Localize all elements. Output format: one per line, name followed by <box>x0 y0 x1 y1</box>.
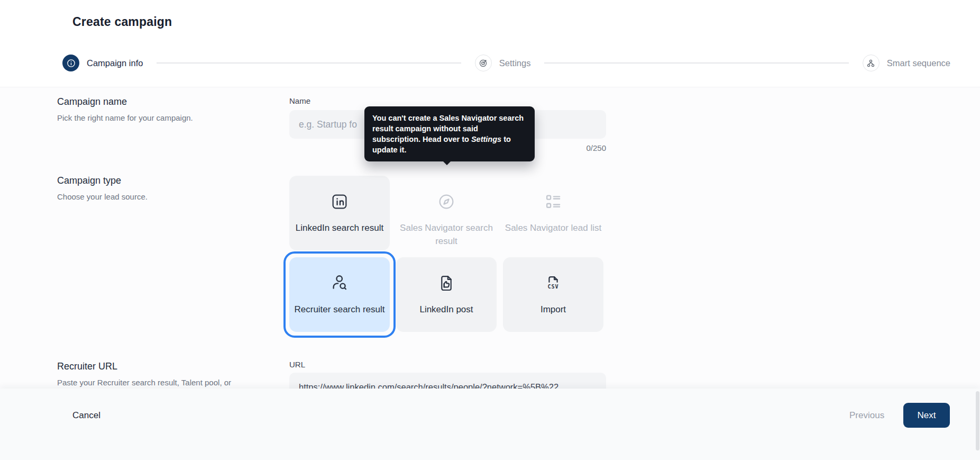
lead-list-icon <box>543 191 564 212</box>
tile-sales-navigator-lead-list[interactable]: Sales Navigator lead list <box>503 176 603 250</box>
tile-linkedin-post[interactable]: LinkedIn post <box>396 257 497 332</box>
linkedin-icon <box>329 191 350 212</box>
tile-sales-navigator-search-result[interactable]: Sales Navigator search result <box>396 176 497 250</box>
create-campaign-page: Create campaign Campaign info <box>0 0 980 460</box>
recruiter-url-heading: Recruiter URL <box>57 361 253 372</box>
tile-label: LinkedIn search result <box>296 221 383 234</box>
campaign-name-section: Campaign name Pick the right name for yo… <box>57 96 253 123</box>
scrollbar[interactable] <box>976 391 979 450</box>
info-icon <box>62 55 79 71</box>
url-field-label: URL <box>289 360 305 369</box>
stepper: Campaign info Settings <box>62 53 950 73</box>
step-label: Campaign info <box>87 58 143 68</box>
compass-icon <box>436 191 457 212</box>
sitemap-icon <box>863 55 880 71</box>
campaign-type-heading: Campaign type <box>57 175 253 186</box>
footer-bar <box>0 389 980 460</box>
campaign-type-description: Choose your lead source. <box>57 191 253 202</box>
tile-label: Import <box>541 303 566 316</box>
cancel-button[interactable]: Cancel <box>72 403 100 428</box>
step-connector <box>157 62 461 64</box>
page-title: Create campaign <box>72 15 172 29</box>
tile-recruiter-search-result[interactable]: Recruiter search result <box>289 257 390 332</box>
step-campaign-info[interactable]: Campaign info <box>62 55 143 71</box>
campaign-type-options: LinkedIn search result Sales Navigator s… <box>289 176 603 332</box>
campaign-type-section: Campaign type Choose your lead source. <box>57 175 253 202</box>
previous-button[interactable]: Previous <box>849 403 884 428</box>
campaign-name-heading: Campaign name <box>57 96 253 107</box>
target-icon <box>475 55 492 71</box>
tooltip-emphasis: Settings <box>471 135 501 143</box>
step-label: Settings <box>499 58 531 68</box>
tile-import[interactable]: CSV Import <box>503 257 603 332</box>
step-smart-sequence[interactable]: Smart sequence <box>863 55 950 71</box>
name-field-label: Name <box>289 96 310 105</box>
tile-label: Recruiter search result <box>294 303 384 316</box>
campaign-name-description: Pick the right name for your campaign. <box>57 112 253 123</box>
tile-linkedin-search-result[interactable]: LinkedIn search result <box>289 176 390 250</box>
sales-navigator-tooltip: You can't create a Sales Navigator searc… <box>364 106 535 161</box>
step-settings[interactable]: Settings <box>475 55 531 71</box>
linkedin-post-icon <box>436 273 457 294</box>
step-connector <box>544 62 848 64</box>
csv-icon: CSV <box>543 273 564 294</box>
recruiter-search-icon <box>329 273 350 294</box>
tile-label: Sales Navigator lead list <box>505 221 601 234</box>
tile-label: Sales Navigator search result <box>396 221 497 248</box>
tile-label: LinkedIn post <box>419 303 473 316</box>
header: Create campaign Campaign info <box>0 0 980 87</box>
step-label: Smart sequence <box>887 58 950 68</box>
svg-text:CSV: CSV <box>547 284 558 290</box>
next-button[interactable]: Next <box>903 403 950 428</box>
